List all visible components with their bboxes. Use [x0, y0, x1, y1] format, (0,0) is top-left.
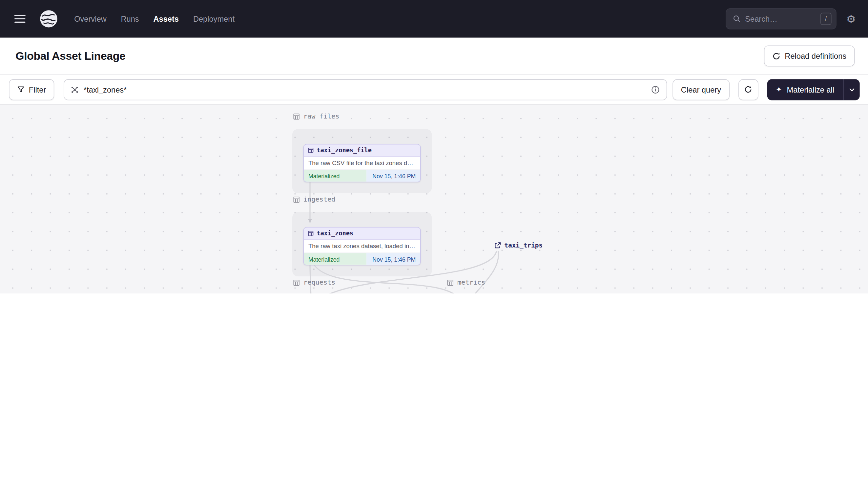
table-icon: [293, 279, 300, 286]
settings-gear-icon[interactable]: ⚙: [846, 14, 856, 24]
nav-item-assets[interactable]: Assets: [154, 14, 179, 23]
reload-icon: [772, 52, 780, 60]
filter-button[interactable]: Filter: [9, 79, 54, 100]
asset-description: The raw CSV file for the taxi zones dat…: [304, 157, 420, 170]
search-box[interactable]: /: [726, 8, 836, 29]
asset-query-input[interactable]: [84, 85, 646, 94]
topbar-right: / ⚙: [726, 8, 856, 29]
asset-node-taxi-zones[interactable]: taxi_zones The raw taxi zones dataset, l…: [303, 227, 421, 265]
group-label-ingested[interactable]: ingested: [293, 195, 336, 204]
status-badge: Materialized: [304, 170, 367, 182]
materialize-all-group: ✦ Materialize all: [767, 79, 860, 100]
clear-query-button[interactable]: Clear query: [673, 79, 730, 100]
table-icon: [447, 279, 454, 286]
table-icon: [308, 231, 314, 237]
filter-label: Filter: [29, 85, 46, 94]
asset-selection-input[interactable]: [64, 79, 667, 100]
timestamp-badge[interactable]: Nov 15, 1:46 PM: [367, 170, 420, 182]
group-label-raw-files[interactable]: raw_files: [293, 113, 339, 120]
asset-name: taxi_zones_file: [317, 147, 372, 154]
reload-definitions-label: Reload definitions: [785, 52, 846, 61]
lineage-toolbar: Filter Clear query: [0, 75, 868, 104]
refresh-icon: [744, 85, 752, 93]
materialize-sparkle-icon: ✦: [776, 86, 782, 93]
asset-node-taxi-zones-file[interactable]: taxi_zones_file The raw CSV file for the…: [303, 144, 421, 182]
page-title: Global Asset Lineage: [15, 50, 125, 62]
group-label-requests[interactable]: requests: [293, 279, 336, 287]
group-name: requests: [303, 279, 336, 287]
group-name: metrics: [457, 279, 485, 287]
search-shortcut-badge: /: [820, 13, 832, 25]
external-asset-name: taxi_trips: [504, 242, 543, 250]
asset-description: The raw taxi zones dataset, loaded int…: [304, 240, 420, 253]
table-icon: [308, 148, 314, 154]
external-asset-taxi-trips[interactable]: taxi_trips: [494, 242, 543, 250]
hamburger-menu-icon[interactable]: [14, 15, 25, 23]
asset-status-row: Materialized Nov 15, 1:46 PM: [304, 170, 420, 182]
table-icon: [293, 196, 300, 203]
table-icon: [293, 113, 300, 120]
group-name: raw_files: [303, 113, 339, 120]
reload-definitions-button[interactable]: Reload definitions: [764, 45, 854, 66]
app-window: Overview Runs Assets Deployment / ⚙ Glob…: [0, 0, 868, 293]
timestamp-badge[interactable]: Nov 15, 1:46 PM: [367, 253, 420, 264]
nav-item-overview[interactable]: Overview: [74, 14, 106, 23]
refresh-graph-button[interactable]: [738, 79, 758, 100]
primary-nav: Overview Runs Assets Deployment: [74, 14, 234, 23]
search-icon: [733, 15, 741, 23]
materialize-dropdown-button[interactable]: [843, 79, 860, 100]
nav-item-deployment[interactable]: Deployment: [193, 14, 234, 23]
nav-item-runs[interactable]: Runs: [121, 14, 139, 23]
lineage-edges: [0, 105, 868, 293]
asset-name: taxi_zones: [317, 230, 353, 237]
dagster-logo[interactable]: [38, 8, 60, 30]
materialize-all-label: Materialize all: [787, 85, 834, 94]
clear-query-label: Clear query: [681, 85, 721, 94]
filter-funnel-icon: [17, 86, 24, 93]
chevron-down-icon: [849, 88, 854, 91]
asset-status-row: Materialized Nov 15, 1:46 PM: [304, 253, 420, 264]
group-name: ingested: [303, 195, 336, 204]
asset-node-header: taxi_zones_file: [304, 144, 420, 157]
dagster-logo-icon: [38, 8, 60, 30]
external-link-icon: [494, 242, 501, 249]
op-selector-icon: [71, 86, 79, 93]
lineage-canvas[interactable]: raw_files ingested requests metrics taxi…: [0, 104, 868, 293]
status-badge: Materialized: [304, 253, 367, 264]
search-input[interactable]: [745, 14, 816, 23]
group-label-metrics[interactable]: metrics: [447, 279, 485, 287]
top-navigation-bar: Overview Runs Assets Deployment / ⚙: [0, 0, 868, 38]
page-header: Global Asset Lineage Reload definitions: [0, 38, 868, 75]
info-icon[interactable]: [651, 85, 660, 94]
asset-node-header: taxi_zones: [304, 228, 420, 240]
materialize-all-button[interactable]: ✦ Materialize all: [767, 79, 843, 100]
